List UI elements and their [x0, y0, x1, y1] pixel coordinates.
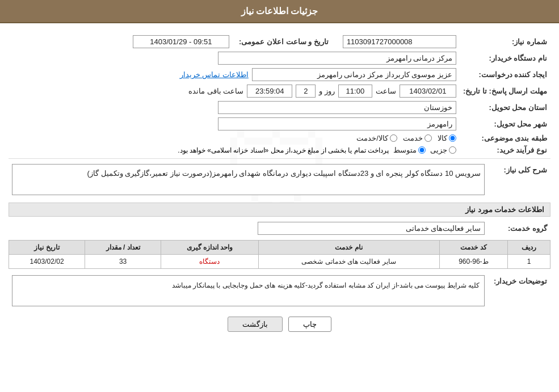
cell-code: ط-96-960: [439, 255, 508, 269]
page-title: جزئیات اطلاعات نیاز: [241, 6, 318, 16]
creator-value: عزیز موسوی کاربرداز مرکز درمانی رامهرمز: [252, 68, 456, 81]
purchase-type-label: نوع فرآیند خرید:: [497, 146, 547, 154]
back-button[interactable]: بازگشت: [228, 317, 283, 332]
service-group-value: سایر فعالیت‌های خدماتی: [258, 222, 485, 235]
buyer-org-value: مرکز درمانی رامهرمز: [218, 52, 456, 65]
province-label: استان محل تحویل:: [489, 103, 547, 112]
cell-unit: دستگاه: [161, 255, 259, 269]
deadline-time-label: ساعت: [376, 87, 396, 95]
buyer-notes-text: کلیه شرایط پیوست می باشد-از ایران کد مشا…: [12, 275, 485, 306]
category-option-khadamat[interactable]: خدمت: [403, 134, 432, 142]
category-option-kala[interactable]: کالا: [438, 134, 456, 142]
general-desc-label: شرح کلی نیاز:: [503, 166, 547, 174]
cell-row: 1: [508, 255, 550, 269]
announcement-date-label: تاریخ و ساعت اعلان عمومی:: [239, 37, 329, 46]
col-header-name: نام خدمت: [258, 241, 439, 255]
print-button[interactable]: چاپ: [288, 317, 331, 332]
buyer-contact-link[interactable]: اطلاعات تماس خریدار: [180, 70, 249, 79]
col-header-unit: واحد اندازه گیری: [161, 241, 259, 255]
city-value: رامهرمز: [218, 117, 456, 130]
table-row: 1 ط-96-960 سایر فعالیت های خدماتی شخصی د…: [9, 255, 550, 269]
deadline-time-value: 11:00: [338, 85, 372, 98]
purchase-type-motavaset[interactable]: متوسط: [393, 146, 426, 154]
city-label: شهر محل تحویل:: [494, 120, 547, 128]
announcement-date-value: 1403/01/29 - 09:51: [133, 35, 229, 48]
deadline-label: مهلت ارسال پاسخ: تا تاریخ:: [463, 87, 547, 95]
deadline-days-value: 2: [296, 85, 316, 98]
category-label: طبقه بندی موضوعی:: [481, 134, 547, 142]
buyer-notes-label: توضیحات خریدار:: [494, 277, 547, 285]
deadline-remaining-label: ساعت باقی مانده: [188, 87, 243, 95]
deadline-remaining-value: 23:59:04: [247, 85, 292, 98]
purchase-type-jozi[interactable]: جزیی: [430, 146, 456, 154]
cell-count: 33: [85, 255, 161, 269]
general-desc-text: سرویس 10 دستگاه کولر پنجره ای و 23دستگاه…: [12, 164, 485, 195]
province-value: خوزستان: [218, 101, 456, 114]
service-group-label: گروه خدمت:: [508, 224, 547, 233]
order-number-value: 1103091727000008: [343, 35, 456, 48]
col-header-date: تاریخ نیاز: [9, 241, 85, 255]
col-header-code: کد خدمت: [439, 241, 508, 255]
deadline-day-label: روز و: [319, 87, 335, 95]
services-table: ردیف کد خدمت نام خدمت واحد اندازه گیری ت…: [9, 240, 550, 269]
col-header-row: ردیف: [508, 241, 550, 255]
col-header-count: تعداد / مقدار: [85, 241, 161, 255]
purchase-type-note: پرداخت تمام یا بخشی از مبلغ خرید،از محل …: [178, 146, 389, 154]
cell-date: 1403/02/02: [9, 255, 85, 269]
services-section-title: اطلاعات خدمات مورد نیاز: [9, 203, 550, 217]
deadline-date-value: 1403/02/01: [400, 85, 456, 98]
buyer-org-label: نام دستگاه خریدار:: [489, 54, 547, 62]
cell-name: سایر فعالیت های خدماتی شخصی: [258, 255, 439, 269]
page-header: جزئیات اطلاعات نیاز: [0, 0, 559, 23]
order-number-label: شماره نیاز:: [512, 37, 547, 46]
category-option-kala-khadamat[interactable]: کالا/خدمت: [356, 134, 397, 142]
button-row: چاپ بازگشت: [9, 317, 550, 332]
creator-label: ایجاد کننده درخواست:: [478, 70, 547, 79]
